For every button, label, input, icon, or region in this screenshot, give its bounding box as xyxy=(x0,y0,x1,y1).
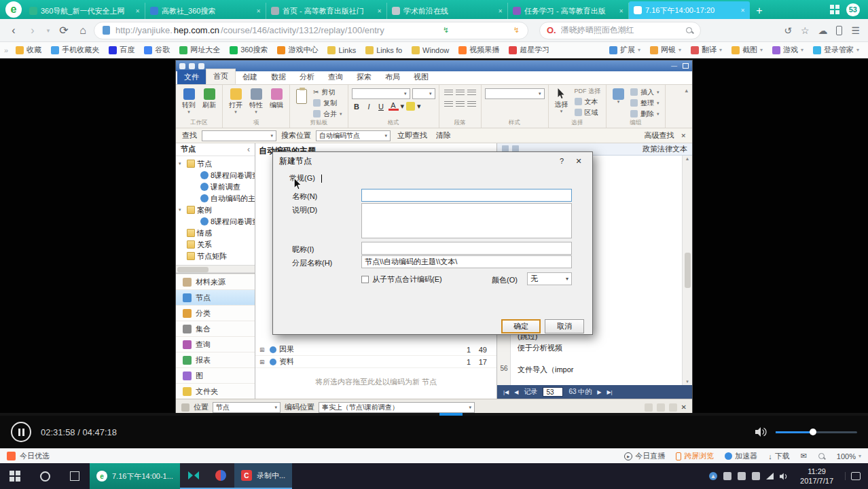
cut-button[interactable]: 剪切 xyxy=(311,87,344,97)
description-input[interactable] xyxy=(361,203,572,238)
tab-close-icon[interactable] xyxy=(740,7,745,14)
bookmark-item[interactable]: 视频果播 xyxy=(454,43,504,57)
minimize-icon[interactable]: — xyxy=(671,62,677,69)
cloud-sync-icon[interactable] xyxy=(818,25,827,36)
page-search-icon[interactable] xyxy=(818,452,826,460)
menu-icon[interactable] xyxy=(851,25,860,36)
history-dropdown-icon[interactable] xyxy=(43,22,53,39)
toolbar-tool[interactable]: 登录管家 xyxy=(808,43,864,57)
browser-tab[interactable]: 360导航_新一代安全上网 xyxy=(24,3,145,19)
bookmark-item[interactable]: 百度 xyxy=(104,43,139,57)
vertical-scrollbar[interactable] xyxy=(682,156,692,385)
zoom-control[interactable]: 100% xyxy=(837,452,861,460)
ribbon-tab[interactable]: 布局 xyxy=(378,70,407,84)
document-text-row[interactable]: 便于分析视频 xyxy=(518,343,677,353)
bookmark-item[interactable]: 谷歌 xyxy=(139,43,175,57)
hierarchical-name-input[interactable]: 节点\\自动编码的主题\\文本\ xyxy=(361,255,572,268)
home-button[interactable] xyxy=(75,22,91,39)
spread-button[interactable] xyxy=(669,403,677,412)
number-list-icon[interactable] xyxy=(456,90,465,96)
taskbar-app-media[interactable] xyxy=(207,463,234,489)
action-center-button[interactable] xyxy=(845,472,865,480)
taskbar-app-remote[interactable] xyxy=(180,463,207,489)
tree-item[interactable]: 案例 xyxy=(176,204,255,216)
tree-item[interactable]: 情感 xyxy=(176,228,255,239)
tab-close-icon[interactable] xyxy=(377,8,382,14)
volume-icon[interactable] xyxy=(755,427,767,437)
bookmark-item[interactable]: 360搜索 xyxy=(225,43,272,57)
previous-record-icon[interactable] xyxy=(514,389,518,395)
tray-volume-icon[interactable] xyxy=(780,473,789,480)
pdf-region-button[interactable]: 区域 xyxy=(573,107,603,117)
font-color-button[interactable]: A xyxy=(388,102,399,111)
ribbon-tab[interactable]: 文件 xyxy=(177,70,206,84)
tab-close-icon[interactable] xyxy=(256,8,261,14)
search-icon[interactable] xyxy=(685,26,693,35)
collapse-bookmarks-icon[interactable] xyxy=(4,46,8,54)
search-box[interactable]: O. 潘晓婷晒照面色潮红 xyxy=(539,22,701,39)
goto-button[interactable]: 转到 xyxy=(179,87,198,115)
aggregate-checkbox[interactable]: 从子节点合计编码(E) xyxy=(361,274,442,285)
sidebar-item[interactable]: 节点 xyxy=(176,289,255,305)
tree-item[interactable]: 节点 xyxy=(176,158,255,170)
nickname-input[interactable] xyxy=(361,242,572,255)
bookmark-item[interactable]: 手机收藏夹 xyxy=(46,43,104,57)
taskbar-window-browser[interactable]: 7.16下午14:00-1... xyxy=(90,463,180,489)
merge-button[interactable]: 合并 xyxy=(311,109,344,119)
table-row[interactable]: 资料 1 17 xyxy=(255,356,496,368)
copy-button[interactable]: 复制 xyxy=(311,98,344,108)
browser-logo-icon[interactable] xyxy=(5,1,22,18)
ribbon-tab[interactable]: 探索 xyxy=(350,70,378,84)
collapse-ribbon-icon[interactable] xyxy=(681,85,692,96)
close-coding-bar-icon[interactable] xyxy=(681,403,687,411)
tray-app-icon[interactable] xyxy=(738,472,746,480)
ribbon-tab[interactable]: 数据 xyxy=(264,70,293,84)
bookmark-item[interactable]: 网址大全 xyxy=(175,43,225,57)
video-stage[interactable]: — 文件 首页 创建 数据 分析 查询 探索 布局 视图 xyxy=(0,58,868,448)
bookmark-item[interactable]: Window xyxy=(407,43,454,57)
properties-button[interactable]: 特性 xyxy=(247,87,266,115)
toolbar-tool[interactable]: 游戏 xyxy=(767,43,808,57)
tray-app-icon[interactable] xyxy=(752,472,760,480)
line-spacing-icon[interactable] xyxy=(456,101,465,108)
close-find-bar-icon[interactable] xyxy=(681,132,686,139)
close-icon[interactable] xyxy=(571,156,586,167)
browser-tab[interactable]: 高教社_360搜索 xyxy=(145,3,266,19)
maximize-icon[interactable] xyxy=(683,63,689,69)
toolbar-tool[interactable]: 截图 xyxy=(727,43,767,57)
browser-tab[interactable]: 首页 - 高等教育出版社门 xyxy=(266,3,387,19)
tree-item[interactable]: 8课程问卷调查 xyxy=(176,216,255,228)
align-icon[interactable] xyxy=(467,101,476,108)
ribbon-tab[interactable]: 分析 xyxy=(293,70,321,84)
task-view-button[interactable] xyxy=(60,463,90,489)
next-record-icon[interactable] xyxy=(597,389,601,395)
mobile-icon[interactable] xyxy=(836,26,842,35)
cancel-button[interactable]: 取消 xyxy=(545,319,584,333)
expand-row-icon[interactable] xyxy=(259,346,267,353)
bookmark-item[interactable]: Links fo xyxy=(361,43,407,57)
organize-button[interactable]: 整理 xyxy=(628,98,662,108)
horizontal-scrollbar[interactable] xyxy=(176,265,255,273)
taskbar-window-recorder[interactable]: 录制中... xyxy=(234,463,292,489)
toolbar-tool[interactable]: 翻译 xyxy=(686,43,727,57)
first-record-icon[interactable] xyxy=(503,389,509,395)
bold-button[interactable]: B xyxy=(352,101,362,111)
bookmark-item[interactable]: 游戏中心 xyxy=(272,43,323,57)
checkbox-icon[interactable] xyxy=(361,276,369,283)
network-icon[interactable] xyxy=(766,473,774,479)
ok-button[interactable]: 确定 xyxy=(501,319,541,333)
tab-close-icon[interactable] xyxy=(135,8,140,14)
toolbar-tool[interactable]: 扩展 xyxy=(604,43,645,57)
pdf-text-button[interactable]: 文本 xyxy=(573,96,603,107)
sidebar-item[interactable]: 文件夹 xyxy=(176,383,255,399)
expand-icon[interactable] xyxy=(179,161,185,166)
bookmark-item[interactable]: 收藏 xyxy=(11,43,46,57)
sidebar-item[interactable]: 查询 xyxy=(176,336,255,352)
tree-item[interactable]: 课前调查 xyxy=(176,181,255,193)
toolbar-tool[interactable]: 网银 xyxy=(645,43,686,57)
underline-button[interactable]: U xyxy=(376,101,386,111)
code-at-select[interactable]: 事实上（节点\课前调查） xyxy=(319,402,475,413)
collapse-panel-icon[interactable] xyxy=(247,145,250,154)
help-icon[interactable] xyxy=(554,156,569,167)
refresh-button[interactable] xyxy=(56,22,72,39)
